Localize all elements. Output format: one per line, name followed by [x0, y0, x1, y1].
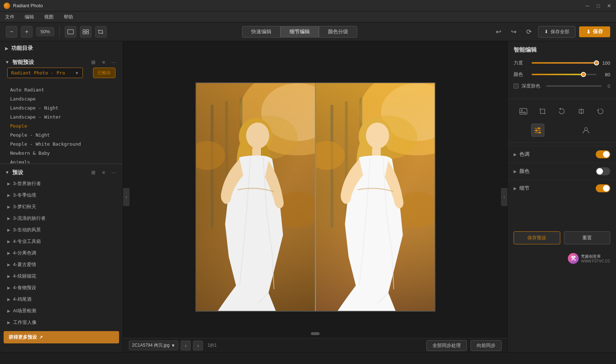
tool-portrait-button[interactable] [579, 124, 592, 137]
collapse-right-button[interactable]: › [501, 188, 507, 206]
minimize-button[interactable]: ─ [584, 3, 591, 9]
depth-skin-slider[interactable] [546, 85, 602, 87]
smart-presets-arrow: ▼ [5, 60, 9, 65]
tool-icons-row [508, 102, 616, 121]
color-toggle[interactable] [596, 167, 610, 175]
menu-help[interactable]: 帮助 [62, 13, 75, 21]
color-thumb[interactable] [581, 72, 586, 77]
func-menu-section[interactable]: ▶ 功能目录 [0, 41, 123, 55]
preset-dropdown[interactable]: Radiant Photo - Pro ▼ [7, 68, 83, 78]
reset-button[interactable]: 重置 [564, 231, 611, 244]
preset-group-wanderer[interactable]: ▶ 3-流浪的旅行者 [0, 213, 123, 224]
image-original [196, 83, 315, 311]
menu-file[interactable]: 文件 [3, 13, 17, 21]
preset-item-landscape-winter[interactable]: Landscape - Winter [0, 112, 123, 121]
preset-group-food[interactable]: ▶ 4-食物预设 [0, 282, 123, 294]
tone-label: 色调 [519, 151, 596, 158]
detail-toggle[interactable] [596, 184, 610, 192]
close-button[interactable]: ✕ [606, 3, 612, 9]
redo-button[interactable]: ↪ [508, 26, 519, 38]
main-layout: ▶ 功能目录 ▼ 智能预设 ⊞ ≡ ··· Radiant Photo - Pr… [0, 41, 616, 352]
presets-section: ▼ 预设 ⊞ ≡ ··· ▶ 3-世界旅行者 ▶ 3-冬季仙境 ▶ 3-梦幻秋天… [0, 164, 123, 352]
toolbar-right: ↩ ↪ ⟳ ⬇ 保存全部 ⬇ 保存 [493, 26, 610, 38]
preset-group-dream-autumn[interactable]: ▶ 3-梦幻秋天 [0, 201, 123, 213]
save-preset-button[interactable]: 保存预设 [514, 231, 560, 244]
presets-header[interactable]: ▼ 预设 ⊞ ≡ ··· [0, 164, 123, 178]
tool-icons-row-2 [508, 121, 616, 140]
zoom-in-button[interactable]: + [21, 26, 33, 38]
preset-group-vivid-landscape[interactable]: ▶ 3-生动的风景 [0, 224, 123, 236]
maximize-button[interactable]: □ [595, 3, 602, 9]
detail-section[interactable]: ▶ 细节 [508, 180, 616, 197]
nav-prev-button[interactable]: ‹ [181, 341, 191, 351]
refresh-button[interactable]: ⟳ [523, 26, 535, 38]
save-button[interactable]: ⬇ 保存 [579, 26, 610, 37]
save-all-button[interactable]: ⬇ 保存全部 [538, 26, 575, 38]
zoom-out-button[interactable]: − [6, 26, 17, 38]
file-name-display[interactable]: 2C1A5794 拷贝.jpg ▼ [129, 341, 178, 350]
sync-all-button[interactable]: 全部同步处理 [426, 340, 467, 351]
menu-edit[interactable]: 编辑 [22, 13, 36, 21]
smart-edit-controls: 力度 100 颜色 80 [508, 57, 616, 96]
list-view-icon[interactable]: ≡ [100, 58, 107, 66]
smart-presets-header[interactable]: ▼ 智能预设 ⊞ ≡ ··· [0, 55, 123, 68]
color-section[interactable]: ▶ 颜色 [508, 163, 616, 180]
detail-label: 细节 [519, 185, 596, 192]
more-presets-button[interactable]: 获得更多预设 ↗ [4, 331, 119, 343]
toolbar-separator [59, 27, 60, 37]
svg-point-36 [535, 129, 537, 132]
tab-detail-edit[interactable]: 细节编辑 [280, 26, 319, 38]
depth-skin-row: 深度肤色 0 [514, 83, 610, 89]
checked-out-badge[interactable]: 已检出 [93, 68, 115, 78]
more-presets-external-icon: ↗ [39, 335, 43, 340]
presets-list-icon[interactable]: ≡ [100, 168, 107, 176]
preset-item-landscape-night[interactable]: Landscape - Night [0, 103, 123, 112]
presets-grid-icon[interactable]: ⊞ [89, 168, 97, 176]
tool-image-button[interactable] [517, 105, 530, 118]
strength-slider[interactable] [532, 62, 596, 64]
tool-rotate-left-button[interactable] [555, 105, 568, 118]
preset-group-studio-portrait[interactable]: ▶ 工作室人像 [0, 317, 123, 328]
tool-flip-button[interactable] [575, 105, 588, 118]
preset-dropdown-arrow: ▼ [75, 71, 79, 75]
app-icon [4, 3, 10, 9]
tone-section[interactable]: ▶ 色调 [508, 146, 616, 163]
preset-group-cocktail[interactable]: ▶ 4-鸡尾酒 [0, 294, 123, 305]
tab-color-grade[interactable]: 颜色分级 [319, 26, 357, 38]
preset-group-pro-tools[interactable]: ▶ 4-专业工具箱 [0, 236, 123, 247]
presets-toolbar: ⊞ ≡ ··· [89, 168, 118, 176]
strength-thumb[interactable] [594, 60, 599, 65]
view-crop-button[interactable] [95, 26, 107, 38]
tool-adjustments-button[interactable] [531, 124, 544, 137]
undo-button[interactable]: ↩ [493, 26, 504, 38]
preset-item-animals[interactable]: Animals [0, 158, 123, 163]
menu-view[interactable]: 视图 [42, 13, 56, 21]
preset-group-winter-wonderland[interactable]: ▶ 3-冬季仙境 [0, 189, 123, 201]
nav-next-button[interactable]: › [193, 341, 203, 351]
preset-group-split-tone[interactable]: ▶ 4-分离色调 [0, 247, 123, 259]
collapse-left-button[interactable]: ‹ [123, 188, 130, 206]
preset-item-people[interactable]: People [0, 121, 123, 130]
sync-forward-button[interactable]: 向前同步 [471, 340, 502, 351]
color-slider[interactable] [532, 74, 596, 75]
preset-item-people-white-bg[interactable]: People - White Background [0, 140, 123, 149]
preset-item-newborn[interactable]: Newborn & Baby [0, 149, 123, 158]
preset-group-fireworks[interactable]: ▶ 4-炫丽烟花 [0, 270, 123, 282]
preset-item-people-night[interactable]: People - Night [0, 130, 123, 140]
grid-view-icon[interactable]: ⊞ [89, 58, 97, 66]
more-options-icon[interactable]: ··· [110, 58, 118, 66]
tone-toggle[interactable] [596, 150, 610, 158]
tab-quick-edit[interactable]: 快速编辑 [242, 26, 280, 38]
depth-skin-checkbox[interactable] [514, 83, 519, 89]
preset-item-auto-radiant[interactable]: Auto Radiant [0, 85, 123, 94]
tool-reset-button[interactable] [594, 105, 607, 118]
view-grid-button[interactable] [80, 26, 92, 38]
preset-selected-text: Radiant Photo - Pro [11, 70, 75, 76]
preset-item-landscape[interactable]: Landscape [0, 94, 123, 103]
tool-crop-button[interactable] [536, 105, 549, 118]
view-fit-button[interactable] [65, 26, 76, 38]
preset-group-world-traveler[interactable]: ▶ 3-世界旅行者 [0, 178, 123, 189]
preset-group-ai-scene[interactable]: ▶ AI场景检测 [0, 305, 123, 317]
preset-group-summer-love[interactable]: ▶ 4-夏古爱情 [0, 259, 123, 270]
presets-more-icon[interactable]: ··· [110, 168, 118, 176]
